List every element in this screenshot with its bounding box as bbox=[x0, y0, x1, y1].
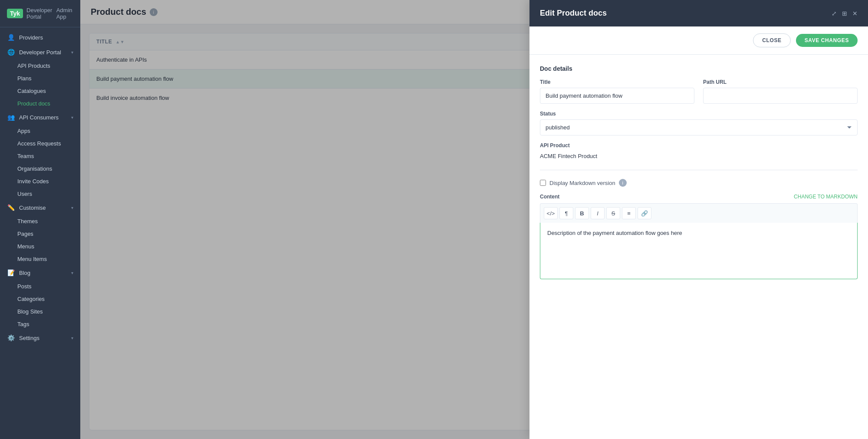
developer-portal-icon: 🌐 bbox=[7, 49, 15, 56]
edit-panel-header: Edit Product docs ⤢ ⊞ ✕ bbox=[529, 0, 868, 26]
settings-icon: ⚙️ bbox=[7, 334, 15, 341]
sidebar-item-tags[interactable]: Tags bbox=[17, 318, 80, 330]
toolbar-paragraph-btn[interactable]: ¶ bbox=[559, 207, 573, 219]
edit-panel: Edit Product docs ⤢ ⊞ ✕ CLOSE SAVE CHANG… bbox=[529, 0, 868, 439]
resize-icon[interactable]: ⊞ bbox=[842, 10, 847, 17]
title-input[interactable] bbox=[540, 88, 694, 104]
sidebar-item-categories[interactable]: Categories bbox=[17, 293, 80, 305]
chevron-down-icon-3: ▾ bbox=[71, 205, 73, 210]
title-path-row: Title Path URL bbox=[540, 79, 858, 104]
api-product-value: ACME Fintech Product bbox=[540, 151, 858, 161]
markdown-info-icon[interactable]: i bbox=[619, 179, 627, 187]
sidebar-section-settings[interactable]: ⚙️ Settings ▾ bbox=[0, 330, 80, 345]
sidebar-item-teams[interactable]: Teams bbox=[17, 150, 80, 162]
edit-panel-body: Doc details Title Path URL Status publis… bbox=[529, 55, 868, 439]
api-product-label: API Product bbox=[540, 142, 858, 149]
logo-area: Tyk Developer Portal Admin App bbox=[0, 0, 80, 27]
close-button[interactable]: CLOSE bbox=[753, 33, 790, 47]
path-url-label: Path URL bbox=[703, 79, 858, 85]
main-content: Product docs i TITLE ▲▼ PATH URL Authent… bbox=[80, 0, 868, 439]
header-icons: ⤢ ⊞ ✕ bbox=[832, 10, 858, 17]
customise-submenu: Themes Pages Menus Menu Items bbox=[0, 215, 80, 265]
chevron-down-icon: ▾ bbox=[71, 50, 73, 55]
toolbar-link-btn[interactable]: 🔗 bbox=[638, 207, 651, 219]
api-consumers-submenu: Apps Access Requests Teams Organisations… bbox=[0, 125, 80, 200]
sidebar-item-providers[interactable]: 👤 Providers bbox=[0, 30, 80, 45]
sidebar-item-catalogues[interactable]: Catalogues bbox=[17, 85, 80, 97]
blog-submenu: Posts Categories Blog Sites Tags bbox=[0, 280, 80, 330]
api-product-group: API Product ACME Fintech Product bbox=[540, 142, 858, 161]
sidebar-section-blog[interactable]: 📝 Blog ▾ bbox=[0, 265, 80, 280]
sidebar-item-access-requests[interactable]: Access Requests bbox=[17, 137, 80, 150]
sidebar-item-invite-codes[interactable]: Invite Codes bbox=[17, 175, 80, 188]
toolbar-code-btn[interactable]: </> bbox=[544, 207, 558, 219]
tyk-logo: Tyk bbox=[7, 9, 23, 18]
sidebar-item-apps[interactable]: Apps bbox=[17, 125, 80, 137]
sidebar-item-api-products[interactable]: API Products bbox=[17, 59, 80, 72]
divider bbox=[540, 170, 858, 170]
content-header: Content CHANGE TO MARKDOWN bbox=[540, 194, 858, 200]
sidebar-section-customise[interactable]: ✏️ Customise ▾ bbox=[0, 200, 80, 215]
chevron-down-icon-5: ▾ bbox=[71, 336, 73, 340]
toolbar-italic-btn[interactable]: I bbox=[591, 207, 605, 219]
sidebar-item-pages[interactable]: Pages bbox=[17, 228, 80, 240]
doc-details-heading: Doc details bbox=[540, 65, 858, 72]
display-markdown-label: Display Markdown version bbox=[549, 180, 615, 186]
sidebar-item-plans[interactable]: Plans bbox=[17, 72, 80, 85]
status-label: Status bbox=[540, 111, 858, 117]
edit-panel-actions: CLOSE SAVE CHANGES bbox=[529, 26, 868, 55]
sidebar-item-blog-sites[interactable]: Blog Sites bbox=[17, 305, 80, 318]
portal-label: Developer Portal bbox=[26, 7, 53, 20]
path-url-group: Path URL bbox=[703, 79, 858, 104]
status-group: Status published draft archived bbox=[540, 111, 858, 135]
edit-panel-title: Edit Product docs bbox=[540, 9, 607, 18]
sidebar-item-menus[interactable]: Menus bbox=[17, 240, 80, 253]
developer-portal-submenu: API Products Plans Catalogues Product do… bbox=[0, 59, 80, 110]
api-consumers-label: API Consumers bbox=[19, 114, 59, 121]
change-to-markdown-link[interactable]: CHANGE TO MARKDOWN bbox=[794, 194, 858, 200]
sidebar-item-organisations[interactable]: Organisations bbox=[17, 162, 80, 175]
editor-content[interactable]: Description of the payment automation fl… bbox=[540, 223, 858, 279]
content-label: Content bbox=[540, 194, 559, 200]
path-url-input[interactable] bbox=[703, 88, 858, 104]
title-group: Title bbox=[540, 79, 694, 104]
blog-icon: 📝 bbox=[7, 269, 15, 276]
chevron-down-icon-4: ▾ bbox=[71, 271, 73, 275]
providers-icon: 👤 bbox=[7, 34, 15, 41]
close-panel-icon[interactable]: ✕ bbox=[852, 10, 858, 17]
sidebar-item-menu-items[interactable]: Menu Items bbox=[17, 253, 80, 265]
blog-label: Blog bbox=[19, 270, 30, 276]
toolbar-bold-btn[interactable]: B bbox=[575, 207, 589, 219]
toolbar-strikethrough-btn[interactable]: S bbox=[606, 207, 620, 219]
api-consumers-icon: 👥 bbox=[7, 114, 15, 121]
content-section: Content CHANGE TO MARKDOWN </> ¶ B I S ≡… bbox=[540, 194, 858, 279]
customise-icon: ✏️ bbox=[7, 204, 15, 211]
sidebar-item-users[interactable]: Users bbox=[17, 188, 80, 200]
admin-label: Admin App bbox=[56, 7, 73, 20]
title-label: Title bbox=[540, 79, 694, 85]
save-button[interactable]: SAVE CHANGES bbox=[796, 34, 858, 47]
providers-label: Providers bbox=[19, 34, 43, 41]
settings-label: Settings bbox=[19, 335, 39, 341]
display-markdown-checkbox[interactable] bbox=[540, 180, 546, 186]
sidebar: Tyk Developer Portal Admin App 👤 Provide… bbox=[0, 0, 80, 439]
sidebar-item-themes[interactable]: Themes bbox=[17, 215, 80, 228]
sidebar-item-product-docs[interactable]: Product docs bbox=[17, 97, 80, 110]
sidebar-section-api-consumers[interactable]: 👥 API Consumers ▾ bbox=[0, 110, 80, 125]
sidebar-section-developer-portal[interactable]: 🌐 Developer Portal ▾ bbox=[0, 45, 80, 59]
developer-portal-label: Developer Portal bbox=[19, 49, 61, 56]
sidebar-item-posts[interactable]: Posts bbox=[17, 280, 80, 293]
chevron-down-icon-2: ▾ bbox=[71, 115, 73, 120]
expand-icon[interactable]: ⤢ bbox=[832, 10, 837, 17]
status-select[interactable]: published draft archived bbox=[540, 119, 858, 135]
toolbar-list-btn[interactable]: ≡ bbox=[622, 207, 636, 219]
display-markdown-row: Display Markdown version i bbox=[540, 179, 858, 187]
customise-label: Customise bbox=[19, 205, 46, 211]
editor-toolbar: </> ¶ B I S ≡ 🔗 bbox=[540, 203, 858, 223]
